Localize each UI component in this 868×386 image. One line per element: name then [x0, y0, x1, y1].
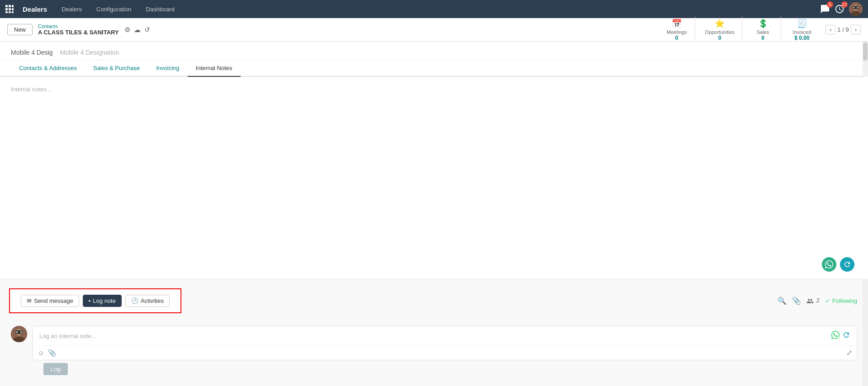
log-note-area: Log an internal note... ☺ 📎	[0, 322, 868, 386]
internal-notes-input[interactable]: Internal notes...	[11, 86, 857, 93]
svg-rect-0	[5, 5, 8, 7]
nav-configuration[interactable]: Configuration	[93, 4, 135, 14]
search-chatter-icon[interactable]: 🔍	[778, 297, 787, 305]
sales-button[interactable]: 💲 Sales 0	[745, 17, 781, 43]
tab-content-internal-notes: Internal notes...	[0, 77, 868, 279]
dollar-icon: 💲	[758, 19, 768, 28]
form-top: Mobile 4 Desig Mobile 4 Designation	[0, 42, 868, 60]
sales-label: Sales	[757, 29, 769, 35]
log-button[interactable]: Log	[43, 363, 68, 375]
chatter-area: ✉ Send message ▪ Log note 🕐 Activities 🔍…	[0, 279, 868, 386]
tab-invoicing[interactable]: Invoicing	[148, 60, 187, 77]
user-avatar[interactable]	[849, 2, 863, 16]
refresh-float-icon[interactable]	[840, 257, 854, 272]
clock-icon[interactable]: 17	[835, 4, 844, 14]
clock-badge: 17	[841, 1, 848, 8]
smart-buttons: 📅 Meetings 0 ⭐ Opportunities 0 💲 Sales 0…	[659, 17, 820, 43]
log-note-button[interactable]: ▪ Log note	[83, 295, 122, 307]
mobile-desig-placeholder[interactable]: Mobile 4 Designation	[60, 49, 119, 56]
invoiced-value: $ 0.00	[794, 35, 809, 41]
svg-rect-1	[9, 5, 11, 7]
meetings-value: 0	[675, 35, 678, 41]
chat-icon[interactable]: 5	[820, 4, 830, 14]
svg-rect-3	[5, 8, 8, 10]
activities-button[interactable]: 🕐 Activities	[125, 295, 170, 307]
opportunities-button[interactable]: ⭐ Opportunities 0	[698, 17, 742, 43]
clock-chatter-icon: 🕐	[131, 297, 138, 304]
settings-icon[interactable]: ⚙	[124, 26, 130, 34]
svg-rect-6	[5, 11, 8, 13]
tab-internal-notes[interactable]: Internal Notes	[188, 60, 241, 77]
emoji-icon[interactable]: ☺	[38, 349, 44, 357]
tab-contacts[interactable]: Contacts & Addresses	[11, 60, 85, 77]
svg-rect-4	[9, 8, 11, 10]
svg-rect-5	[12, 8, 14, 10]
mobile-desig-label: Mobile 4 Desig	[11, 49, 53, 56]
nav-dashboard[interactable]: Dashboard	[142, 4, 178, 14]
refresh-icon[interactable]: ↺	[144, 26, 150, 34]
checkmark-icon: ✓	[825, 297, 830, 304]
breadcrumb: Contacts A CLASS TILES & SANITARY	[38, 24, 119, 36]
log-input-container[interactable]: Log an internal note... ☺ 📎	[33, 326, 857, 360]
log-input-icons	[831, 331, 850, 341]
log-placeholder: Log an internal note...	[39, 333, 96, 339]
svg-rect-8	[12, 11, 14, 13]
followers-count: 2	[806, 297, 820, 305]
chatter-toolbar: ✉ Send message ▪ Log note 🕐 Activities	[9, 288, 181, 313]
send-message-button[interactable]: ✉ Send message	[21, 295, 79, 307]
app-name[interactable]: Dealers	[23, 5, 47, 13]
top-nav: Dealers Dealers Configuration Dashboard …	[0, 0, 868, 18]
attachment-icon[interactable]: 📎	[792, 297, 801, 305]
invoice-icon: 🧾	[797, 19, 807, 28]
note-icon: ▪	[89, 297, 91, 304]
invoiced-button[interactable]: 🧾 Invoiced $ 0.00	[784, 17, 820, 43]
log-note-label: Log note	[93, 297, 116, 304]
invoiced-label: Invoiced	[793, 29, 811, 35]
cloud-icon[interactable]: ☁	[134, 26, 141, 34]
log-toolbar: ☺ 📎 ⤢	[33, 345, 857, 360]
sales-value: 0	[761, 35, 764, 41]
activities-label: Activities	[141, 297, 164, 304]
svg-rect-2	[12, 5, 14, 7]
tabs: Contacts & Addresses Sales & Purchase In…	[0, 60, 868, 77]
pager-next[interactable]: ›	[851, 25, 861, 34]
svg-rect-7	[9, 11, 11, 13]
new-button[interactable]: New	[7, 24, 33, 35]
breadcrumb-current: A CLASS TILES & SANITARY	[38, 29, 119, 36]
breadcrumb-parent[interactable]: Contacts	[38, 24, 119, 29]
star-icon: ⭐	[715, 19, 725, 28]
attachment-log-icon[interactable]: 📎	[48, 349, 57, 357]
whatsapp-log-icon[interactable]	[831, 331, 840, 341]
opportunities-value: 0	[718, 35, 721, 41]
content-float-icons	[822, 257, 854, 272]
chatter-right: 🔍 📎 2 ✓ Following	[778, 297, 868, 305]
meetings-button[interactable]: 📅 Meetings 0	[659, 17, 695, 43]
main-content: Mobile 4 Desig Mobile 4 Designation Cont…	[0, 42, 868, 386]
tab-sales[interactable]: Sales & Purchase	[85, 60, 148, 77]
expand-icon[interactable]: ⤢	[846, 348, 852, 357]
meetings-label: Meetings	[667, 29, 687, 35]
user-avatar-chatter	[11, 326, 27, 342]
svg-point-21	[16, 332, 17, 333]
opportunities-label: Opportunities	[705, 29, 735, 35]
send-message-label: Send message	[34, 297, 73, 304]
whatsapp-icon[interactable]	[822, 257, 836, 272]
action-bar: New Contacts A CLASS TILES & SANITARY ⚙ …	[0, 18, 868, 42]
followers-number: 2	[816, 297, 820, 304]
nav-dealers[interactable]: Dealers	[58, 4, 85, 14]
svg-point-15	[857, 7, 858, 8]
pager-prev[interactable]: ‹	[825, 25, 835, 34]
chat-badge: 5	[827, 1, 833, 8]
scroll-thumb[interactable]	[863, 42, 868, 61]
envelope-icon: ✉	[27, 297, 32, 304]
log-note-input[interactable]: Log an internal note...	[33, 326, 857, 345]
action-icons: ⚙ ☁ ↺	[124, 26, 150, 34]
calendar-icon: 📅	[672, 19, 682, 28]
following-button[interactable]: ✓ Following	[825, 297, 857, 304]
pager: ‹ 1 / 9 ›	[825, 25, 861, 34]
svg-point-22	[21, 332, 22, 333]
grid-menu-icon[interactable]	[5, 5, 14, 13]
following-label: Following	[832, 297, 857, 304]
refresh-log-icon[interactable]	[842, 331, 850, 341]
pager-display: 1 / 9	[837, 26, 849, 33]
